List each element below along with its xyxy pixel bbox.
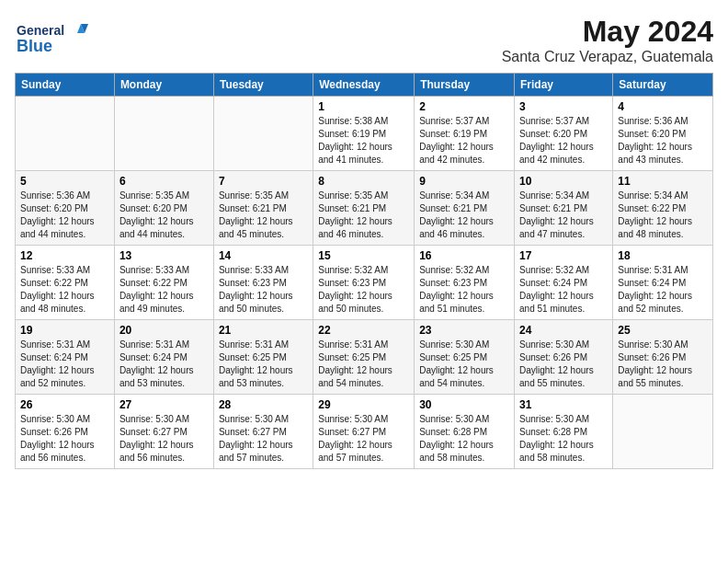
calendar-cell: 2Sunrise: 5:37 AM Sunset: 6:19 PM Daylig… — [415, 97, 515, 171]
day-info: Sunrise: 5:35 AM Sunset: 6:21 PM Dayligh… — [219, 190, 308, 241]
day-number: 15 — [318, 249, 409, 262]
day-number: 21 — [219, 324, 308, 337]
day-number: 6 — [119, 175, 209, 188]
day-number: 14 — [219, 249, 308, 262]
day-number: 18 — [618, 249, 708, 262]
calendar-cell: 16Sunrise: 5:32 AM Sunset: 6:23 PM Dayli… — [415, 246, 515, 320]
day-number: 23 — [419, 324, 509, 337]
day-info: Sunrise: 5:30 AM Sunset: 6:26 PM Dayligh… — [618, 339, 708, 390]
month-year-title: May 2024 — [502, 15, 713, 49]
week-row-2: 5Sunrise: 5:36 AM Sunset: 6:20 PM Daylig… — [16, 171, 713, 246]
day-info: Sunrise: 5:32 AM Sunset: 6:24 PM Dayligh… — [519, 264, 608, 316]
day-info: Sunrise: 5:33 AM Sunset: 6:22 PM Dayligh… — [119, 264, 209, 316]
day-number: 26 — [20, 398, 109, 411]
day-number: 29 — [318, 398, 409, 411]
calendar-cell: 12Sunrise: 5:33 AM Sunset: 6:22 PM Dayli… — [16, 246, 115, 320]
day-number: 24 — [519, 324, 608, 337]
calendar-cell: 10Sunrise: 5:34 AM Sunset: 6:21 PM Dayli… — [515, 171, 613, 246]
day-info: Sunrise: 5:30 AM Sunset: 6:27 PM Dayligh… — [219, 413, 308, 465]
day-number: 19 — [20, 324, 109, 337]
calendar-cell: 3Sunrise: 5:37 AM Sunset: 6:20 PM Daylig… — [515, 97, 613, 171]
day-info: Sunrise: 5:30 AM Sunset: 6:27 PM Dayligh… — [318, 413, 409, 465]
day-number: 4 — [618, 100, 708, 113]
day-info: Sunrise: 5:30 AM Sunset: 6:26 PM Dayligh… — [20, 413, 109, 465]
day-info: Sunrise: 5:34 AM Sunset: 6:22 PM Dayligh… — [618, 190, 708, 241]
calendar-cell: 24Sunrise: 5:30 AM Sunset: 6:26 PM Dayli… — [515, 320, 613, 395]
calendar-cell: 11Sunrise: 5:34 AM Sunset: 6:22 PM Dayli… — [613, 171, 713, 246]
page-header: General Blue May 2024 Santa Cruz Verapaz… — [15, 15, 713, 65]
day-info: Sunrise: 5:33 AM Sunset: 6:22 PM Dayligh… — [20, 264, 109, 316]
calendar-cell: 25Sunrise: 5:30 AM Sunset: 6:26 PM Dayli… — [613, 320, 713, 395]
column-header-friday: Friday — [515, 74, 613, 97]
week-row-5: 26Sunrise: 5:30 AM Sunset: 6:26 PM Dayli… — [16, 395, 713, 469]
day-info: Sunrise: 5:35 AM Sunset: 6:20 PM Dayligh… — [119, 190, 209, 241]
day-number: 7 — [219, 175, 308, 188]
calendar-cell: 21Sunrise: 5:31 AM Sunset: 6:25 PM Dayli… — [213, 320, 313, 395]
day-number: 20 — [119, 324, 209, 337]
day-number: 30 — [419, 398, 509, 411]
calendar-cell: 6Sunrise: 5:35 AM Sunset: 6:20 PM Daylig… — [114, 171, 213, 246]
calendar-cell: 27Sunrise: 5:30 AM Sunset: 6:27 PM Dayli… — [114, 395, 213, 469]
day-number: 16 — [419, 249, 509, 262]
day-number: 9 — [419, 175, 509, 188]
column-header-thursday: Thursday — [415, 74, 515, 97]
day-number: 3 — [519, 100, 608, 113]
calendar-cell: 1Sunrise: 5:38 AM Sunset: 6:19 PM Daylig… — [313, 97, 415, 171]
day-number: 27 — [119, 398, 209, 411]
day-info: Sunrise: 5:31 AM Sunset: 6:24 PM Dayligh… — [119, 339, 209, 390]
day-info: Sunrise: 5:30 AM Sunset: 6:28 PM Dayligh… — [519, 413, 608, 465]
calendar-cell: 14Sunrise: 5:33 AM Sunset: 6:23 PM Dayli… — [213, 246, 313, 320]
calendar-cell: 30Sunrise: 5:30 AM Sunset: 6:28 PM Dayli… — [415, 395, 515, 469]
day-number: 22 — [318, 324, 409, 337]
week-row-1: 1Sunrise: 5:38 AM Sunset: 6:19 PM Daylig… — [16, 97, 713, 171]
day-info: Sunrise: 5:30 AM Sunset: 6:25 PM Dayligh… — [419, 339, 509, 390]
day-number: 10 — [519, 175, 608, 188]
day-info: Sunrise: 5:30 AM Sunset: 6:28 PM Dayligh… — [419, 413, 509, 465]
column-header-monday: Monday — [114, 74, 213, 97]
day-info: Sunrise: 5:30 AM Sunset: 6:27 PM Dayligh… — [119, 413, 209, 465]
week-row-3: 12Sunrise: 5:33 AM Sunset: 6:22 PM Dayli… — [16, 246, 713, 320]
location-subtitle: Santa Cruz Verapaz, Guatemala — [502, 49, 713, 65]
calendar-cell — [613, 395, 713, 469]
day-number: 5 — [20, 175, 109, 188]
day-info: Sunrise: 5:36 AM Sunset: 6:20 PM Dayligh… — [20, 190, 109, 241]
calendar-cell: 5Sunrise: 5:36 AM Sunset: 6:20 PM Daylig… — [16, 171, 115, 246]
day-info: Sunrise: 5:32 AM Sunset: 6:23 PM Dayligh… — [318, 264, 409, 316]
day-info: Sunrise: 5:37 AM Sunset: 6:20 PM Dayligh… — [519, 115, 608, 167]
title-block: May 2024 Santa Cruz Verapaz, Guatemala — [502, 15, 713, 65]
column-header-wednesday: Wednesday — [313, 74, 415, 97]
day-info: Sunrise: 5:33 AM Sunset: 6:23 PM Dayligh… — [219, 264, 308, 316]
day-info: Sunrise: 5:34 AM Sunset: 6:21 PM Dayligh… — [419, 190, 509, 241]
column-header-tuesday: Tuesday — [213, 74, 313, 97]
day-number: 25 — [618, 324, 708, 337]
calendar-cell: 8Sunrise: 5:35 AM Sunset: 6:21 PM Daylig… — [313, 171, 415, 246]
day-number: 1 — [318, 100, 409, 113]
calendar-cell — [16, 97, 115, 171]
calendar-cell: 15Sunrise: 5:32 AM Sunset: 6:23 PM Dayli… — [313, 246, 415, 320]
svg-text:Blue: Blue — [17, 37, 52, 55]
day-info: Sunrise: 5:31 AM Sunset: 6:25 PM Dayligh… — [318, 339, 409, 390]
calendar-cell: 13Sunrise: 5:33 AM Sunset: 6:22 PM Dayli… — [114, 246, 213, 320]
column-header-saturday: Saturday — [613, 74, 713, 97]
day-number: 11 — [618, 175, 708, 188]
day-number: 31 — [519, 398, 608, 411]
logo: General Blue — [15, 15, 88, 61]
calendar-cell: 4Sunrise: 5:36 AM Sunset: 6:20 PM Daylig… — [613, 97, 713, 171]
svg-text:General: General — [17, 23, 64, 38]
day-info: Sunrise: 5:32 AM Sunset: 6:23 PM Dayligh… — [419, 264, 509, 316]
day-number: 13 — [119, 249, 209, 262]
calendar-cell: 22Sunrise: 5:31 AM Sunset: 6:25 PM Dayli… — [313, 320, 415, 395]
day-number: 28 — [219, 398, 308, 411]
week-row-4: 19Sunrise: 5:31 AM Sunset: 6:24 PM Dayli… — [16, 320, 713, 395]
calendar-cell: 18Sunrise: 5:31 AM Sunset: 6:24 PM Dayli… — [613, 246, 713, 320]
day-info: Sunrise: 5:34 AM Sunset: 6:21 PM Dayligh… — [519, 190, 608, 241]
day-number: 8 — [318, 175, 409, 188]
day-info: Sunrise: 5:36 AM Sunset: 6:20 PM Dayligh… — [618, 115, 708, 167]
day-info: Sunrise: 5:30 AM Sunset: 6:26 PM Dayligh… — [519, 339, 608, 390]
calendar-cell — [114, 97, 213, 171]
calendar-cell: 17Sunrise: 5:32 AM Sunset: 6:24 PM Dayli… — [515, 246, 613, 320]
day-number: 17 — [519, 249, 608, 262]
calendar-cell: 9Sunrise: 5:34 AM Sunset: 6:21 PM Daylig… — [415, 171, 515, 246]
column-header-sunday: Sunday — [16, 74, 115, 97]
calendar-cell: 29Sunrise: 5:30 AM Sunset: 6:27 PM Dayli… — [313, 395, 415, 469]
